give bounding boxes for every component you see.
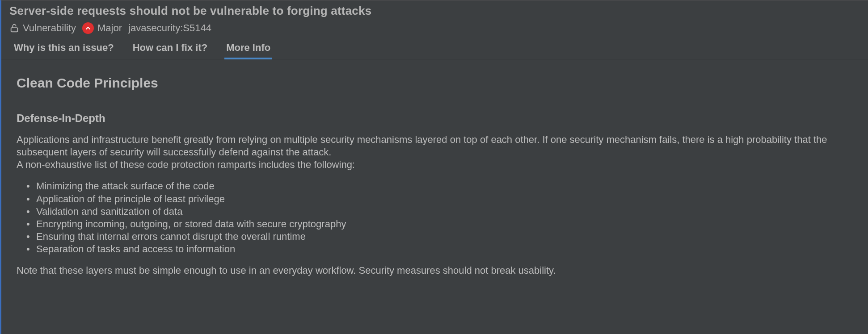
rule-meta-row: Vulnerability Major javasecurity:S5144 (1, 20, 868, 38)
list-item: Application of the principle of least pr… (29, 193, 853, 205)
list-item: Validation and sanitization of data (29, 205, 853, 218)
list-item: Ensuring that internal errors cannot dis… (29, 230, 853, 243)
subsection-title: Defense-In-Depth (17, 112, 853, 125)
tab-more-info[interactable]: More Info (224, 38, 272, 59)
severity-major-icon (82, 22, 94, 34)
list-item: Minimizing the attack surface of the cod… (29, 180, 853, 192)
rule-title: Server-side requests should not be vulne… (9, 4, 860, 18)
paragraph: A non-exhaustive list of these code prot… (17, 159, 853, 171)
list-item: Separation of tasks and access to inform… (29, 243, 853, 255)
rule-header: Server-side requests should not be vulne… (1, 0, 868, 20)
paragraph: Applications and infrastructure benefit … (17, 134, 853, 159)
tab-why[interactable]: Why is this an issue? (12, 38, 116, 59)
rule-detail-panel: Server-side requests should not be vulne… (0, 0, 868, 334)
svg-rect-0 (11, 28, 18, 32)
rule-tabs: Why is this an issue? How can I fix it? … (1, 38, 868, 59)
rule-key: javasecurity:S5144 (128, 22, 211, 34)
note-paragraph: Note that these layers must be simple en… (17, 264, 853, 277)
severity-label: Major (97, 22, 122, 34)
principles-list: Minimizing the attack surface of the cod… (29, 180, 853, 255)
tab-fix[interactable]: How can I fix it? (131, 38, 209, 59)
unlock-icon (9, 23, 19, 33)
rule-content[interactable]: Clean Code Principles Defense-In-Depth A… (1, 59, 868, 334)
list-item: Encrypting incoming, outgoing, or stored… (29, 218, 853, 230)
issue-type: Vulnerability (9, 22, 76, 34)
issue-type-label: Vulnerability (23, 22, 76, 34)
section-title: Clean Code Principles (17, 75, 853, 91)
severity: Major (82, 22, 122, 34)
